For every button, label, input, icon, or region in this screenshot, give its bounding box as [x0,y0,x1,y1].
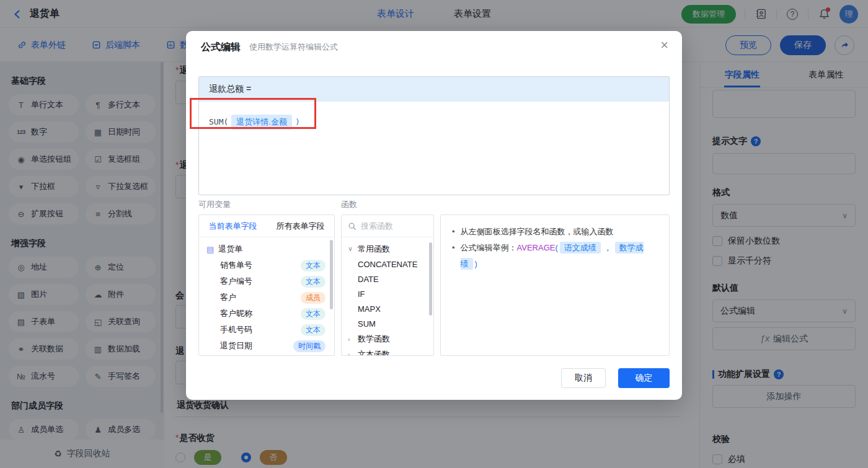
close-icon[interactable]: × [660,38,668,52]
tip-line-2: • 公式编辑举例：AVERAGE(语文成绩，数学成绩) [452,240,658,272]
formula-function: SUM( [209,117,228,126]
function-item[interactable]: IF [342,286,433,301]
variables-scrollbar[interactable] [330,240,333,309]
function-item[interactable]: DATE [342,272,433,286]
type-badge: 文本 [301,260,326,272]
formula-editor-area[interactable]: 退款总额 = SUM(退货详情.金额) [198,76,670,195]
example-field-chip: 语文成绩 [560,242,601,254]
variable-row[interactable]: 手机号码文本 [199,322,334,338]
variables-label: 可用变量 [198,199,231,210]
variables-panel: 当前表单字段 所有表单字段 ▤ 退货单 销售单号文本 客户编号文本 客户成员 客… [198,214,335,356]
variable-row[interactable]: 销售单号文本 [199,257,334,273]
tips-panel: • 从左侧面板选择字段名和函数，或输入函数 • 公式编辑举例：AVERAGE(语… [440,214,670,356]
variable-row[interactable]: 客户编号文本 [199,273,334,289]
formula-target: 退款总额 = [199,77,669,102]
function-item[interactable]: SUM [342,316,433,331]
chevron-right-icon: › [348,335,354,343]
type-badge: 文本 [301,276,326,288]
function-group-common[interactable]: ∨常用函数 [342,241,433,257]
function-group-math[interactable]: ›数学函数 [342,331,433,347]
bullet-icon: • [452,240,455,256]
variable-row[interactable]: 客户昵称文本 [199,306,334,322]
bullet-icon: • [452,224,455,240]
type-badge: 文本 [301,308,326,320]
formula-field-chip[interactable]: 退货详情.金额 [231,115,292,130]
variable-row[interactable]: 退货日期时间戳 [199,338,334,354]
example-function-name: AVERAGE [517,243,556,252]
modal-title: 公式编辑 [201,41,241,54]
functions-scrollbar[interactable] [429,242,432,316]
functions-panel: ∨常用函数 CONCATENATE DATE IF MAPX SUM ›数学函数… [341,214,434,356]
function-search-input[interactable] [361,221,423,231]
function-item[interactable]: CONCATENATE [342,257,433,272]
modal-subtitle: 使用数学运算符编辑公式 [249,42,338,53]
chevron-right-icon: › [348,351,354,356]
app-screen: 退货单 表单设计 表单设置 数据管理 ? 理 表单外链 [0,0,868,468]
function-search[interactable] [342,215,433,237]
formula-close-paren: ) [295,117,300,126]
chevron-down-icon: ∨ [348,245,354,253]
tip-line-1: • 从左侧面板选择字段名和函数，或输入函数 [452,224,658,240]
function-group-text[interactable]: ›文本函数 [342,347,433,356]
variables-root-node[interactable]: ▤ 退货单 [199,241,334,257]
cancel-button[interactable]: 取消 [561,368,606,388]
search-icon [348,222,356,231]
tab-all-form-fields[interactable]: 所有表单字段 [267,215,334,237]
tab-current-form-fields[interactable]: 当前表单字段 [199,215,267,237]
formula-expression[interactable]: SUM(退货详情.金额) [199,102,669,143]
variable-row[interactable]: 客户成员 [199,289,334,306]
confirm-button[interactable]: 确定 [618,368,670,388]
function-item[interactable]: MAPX [342,301,433,316]
formula-editor-modal: 公式编辑 使用数学运算符编辑公式 × 退款总额 = SUM(退货详情.金额) 可… [186,31,682,400]
type-badge: 时间戳 [293,340,326,352]
type-badge: 成员 [301,292,326,304]
type-badge: 文本 [301,324,326,336]
functions-label: 函数 [341,199,357,210]
document-icon: ▤ [206,245,214,254]
